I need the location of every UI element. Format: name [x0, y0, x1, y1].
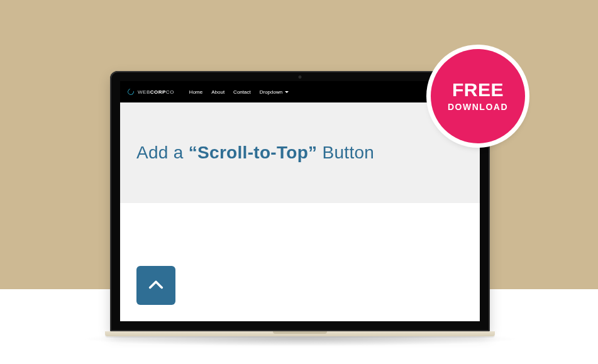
nav-item-contact[interactable]: Contact: [233, 89, 251, 95]
promo-canvas: WEBCORPCO Home About Contact Dropdown Ad…: [0, 0, 598, 364]
hero-title: Add a “Scroll-to-Top” Button: [136, 143, 374, 163]
nav-item-about[interactable]: About: [211, 89, 224, 95]
nav-item-label: Contact: [233, 89, 251, 95]
nav-item-dropdown[interactable]: Dropdown: [260, 89, 289, 95]
badge-line-1: FREE: [452, 80, 504, 99]
hero-banner: Add a “Scroll-to-Top” Button: [120, 102, 480, 203]
nav-item-label: Home: [189, 89, 202, 95]
brand-text: WEBCORPCO: [138, 89, 174, 95]
brand-logo[interactable]: WEBCORPCO: [128, 89, 174, 95]
free-download-badge[interactable]: FREE DOWNLOAD: [431, 49, 525, 143]
site-navbar: WEBCORPCO Home About Contact Dropdown: [120, 81, 480, 102]
chevron-up-icon: [147, 277, 165, 294]
chevron-down-icon: [285, 91, 289, 93]
swirl-icon: [126, 87, 135, 96]
laptop-base: [105, 331, 495, 336]
nav-items: Home About Contact Dropdown: [189, 89, 289, 95]
nav-item-label: Dropdown: [260, 89, 282, 95]
nav-item-home[interactable]: Home: [189, 89, 202, 95]
page-content: [120, 203, 480, 321]
laptop-screen: WEBCORPCO Home About Contact Dropdown Ad…: [120, 81, 480, 321]
scroll-to-top-button[interactable]: [136, 266, 175, 305]
camera-dot: [299, 75, 302, 79]
nav-item-label: About: [211, 89, 224, 95]
badge-line-2: DOWNLOAD: [448, 102, 508, 112]
